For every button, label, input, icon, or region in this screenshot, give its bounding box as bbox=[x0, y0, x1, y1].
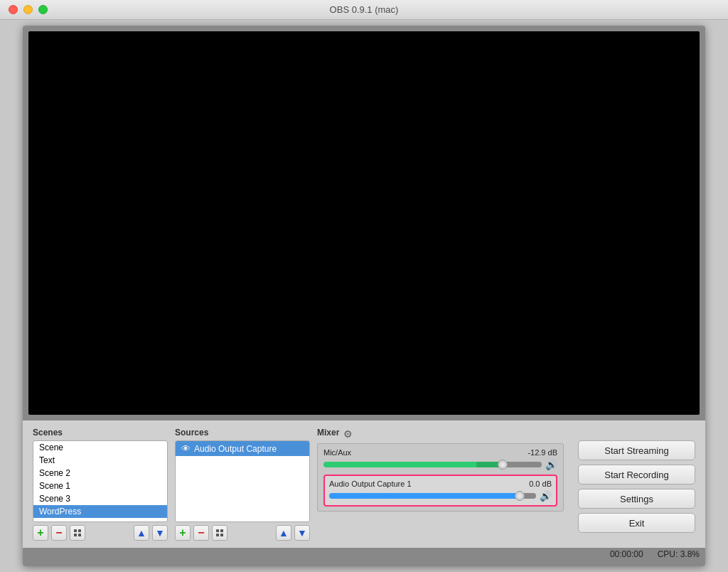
scenes-remove-button[interactable]: − bbox=[51, 525, 67, 541]
svg-rect-6 bbox=[216, 534, 219, 536]
mixer-gear-icon[interactable]: ⚙ bbox=[343, 428, 353, 440]
scenes-configure-button[interactable] bbox=[70, 525, 85, 541]
scene-item-text[interactable]: Text bbox=[33, 454, 167, 467]
audio-output-speaker-icon[interactable]: 🔊 bbox=[540, 490, 552, 502]
scene-item-scene3[interactable]: Scene 3 bbox=[33, 492, 167, 505]
scene-item-wordpress[interactable]: WordPress bbox=[33, 505, 167, 518]
audio-output-row: Audio Output Capture 1 0.0 dB 🔊 bbox=[323, 475, 557, 507]
mic-aux-controls: 🔊 bbox=[323, 459, 557, 470]
scene-item-scene[interactable]: Scene bbox=[33, 441, 167, 454]
status-cpu: CPU: 3.8% bbox=[658, 549, 700, 559]
titlebar: OBS 0.9.1 (mac) bbox=[0, 0, 728, 20]
exit-button[interactable]: Exit bbox=[578, 513, 695, 533]
scene-item-scene1[interactable]: Scene 1 bbox=[33, 480, 167, 492]
mixer-label: Mixer bbox=[317, 428, 339, 438]
mixer-header: Mixer ⚙ bbox=[317, 428, 564, 440]
svg-rect-3 bbox=[78, 534, 81, 536]
sources-remove-button[interactable]: − bbox=[193, 525, 209, 541]
scene-item-scene2[interactable]: Scene 2 bbox=[33, 467, 167, 480]
status-time: 00:00:00 bbox=[610, 549, 643, 559]
mic-aux-row: Mic/Aux -12.9 dB 🔊 bbox=[323, 448, 557, 470]
minimize-button[interactable] bbox=[23, 5, 33, 14]
sources-label: Sources bbox=[175, 428, 310, 438]
mic-aux-label: Mic/Aux bbox=[323, 448, 351, 457]
audio-output-controls: 🔊 bbox=[329, 490, 552, 502]
main-window: Scenes Scene Text Scene 2 Scene 1 Scene … bbox=[23, 26, 705, 566]
eye-icon: 👁 bbox=[181, 443, 191, 454]
svg-rect-1 bbox=[78, 529, 81, 532]
preview-area bbox=[28, 31, 700, 415]
svg-rect-2 bbox=[74, 534, 77, 536]
mic-aux-slider-track bbox=[323, 462, 542, 467]
right-buttons: Start Streaming Start Recording Settings… bbox=[578, 428, 695, 533]
sources-list: 👁 Audio Output Capture bbox=[175, 440, 310, 522]
mic-aux-speaker-icon[interactable]: 🔊 bbox=[545, 459, 557, 470]
maximize-button[interactable] bbox=[38, 5, 48, 14]
sources-controls: + − ▲ ▼ bbox=[175, 525, 310, 541]
close-button[interactable] bbox=[9, 5, 18, 14]
start-recording-button[interactable]: Start Recording bbox=[578, 465, 695, 484]
svg-rect-7 bbox=[220, 534, 223, 536]
source-item-audio-output[interactable]: 👁 Audio Output Capture bbox=[176, 441, 309, 456]
audio-output-header: Audio Output Capture 1 0.0 dB bbox=[329, 480, 552, 488]
mixer-content: Mic/Aux -12.9 dB 🔊 Audio bbox=[317, 443, 564, 512]
mic-aux-slider-thumb[interactable] bbox=[498, 460, 508, 470]
audio-output-level: 0.0 dB bbox=[529, 480, 552, 488]
scenes-add-button[interactable]: + bbox=[33, 525, 48, 541]
audio-output-slider-thumb[interactable] bbox=[515, 491, 525, 501]
svg-rect-0 bbox=[74, 529, 77, 532]
audio-output-slider-track bbox=[329, 493, 536, 499]
scenes-list: Scene Text Scene 2 Scene 1 Scene 3 WordP… bbox=[33, 440, 168, 522]
sources-add-button[interactable]: + bbox=[175, 525, 191, 541]
scenes-down-button[interactable]: ▼ bbox=[152, 525, 168, 541]
mic-aux-header: Mic/Aux -12.9 dB bbox=[323, 448, 557, 457]
source-item-label: Audio Output Capture bbox=[194, 444, 277, 454]
start-streaming-button[interactable]: Start Streaming bbox=[578, 440, 695, 460]
sources-up-button[interactable]: ▲ bbox=[276, 525, 291, 541]
scenes-controls: + − ▲ ▼ bbox=[33, 525, 168, 541]
scenes-panel: Scenes Scene Text Scene 2 Scene 1 Scene … bbox=[33, 428, 168, 541]
sources-configure-button[interactable] bbox=[212, 525, 228, 541]
audio-output-label: Audio Output Capture 1 bbox=[329, 480, 412, 488]
settings-button[interactable]: Settings bbox=[578, 489, 695, 509]
window-title: OBS 0.9.1 (mac) bbox=[330, 4, 399, 15]
window-controls[interactable] bbox=[9, 5, 48, 14]
bottom-panel: Scenes Scene Text Scene 2 Scene 1 Scene … bbox=[23, 420, 705, 548]
sources-down-button[interactable]: ▼ bbox=[294, 525, 310, 541]
status-bar: 00:00:00 CPU: 3.8% bbox=[23, 548, 705, 561]
sources-panel: Sources 👁 Audio Output Capture + − bbox=[175, 428, 310, 541]
mic-aux-level: -12.9 dB bbox=[528, 448, 557, 457]
scenes-label: Scenes bbox=[33, 428, 168, 438]
mixer-panel: Mixer ⚙ Mic/Aux -12.9 dB bbox=[317, 428, 564, 512]
svg-rect-4 bbox=[216, 529, 219, 532]
svg-rect-5 bbox=[220, 529, 223, 532]
scenes-up-button[interactable]: ▲ bbox=[134, 525, 149, 541]
panel-sections: Scenes Scene Text Scene 2 Scene 1 Scene … bbox=[33, 428, 695, 541]
